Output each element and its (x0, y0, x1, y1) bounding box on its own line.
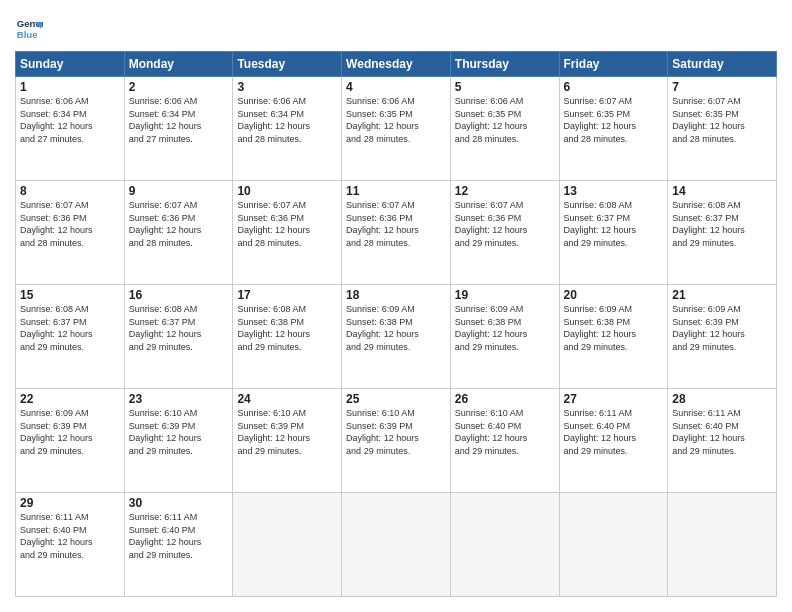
day-number: 3 (237, 80, 337, 94)
week-row-1: 1Sunrise: 6:06 AMSunset: 6:34 PMDaylight… (16, 77, 777, 181)
day-number: 10 (237, 184, 337, 198)
day-info: Sunrise: 6:11 AMSunset: 6:40 PMDaylight:… (129, 511, 229, 561)
day-cell (559, 493, 668, 597)
day-cell: 16Sunrise: 6:08 AMSunset: 6:37 PMDayligh… (124, 285, 233, 389)
page: General Blue SundayMondayTuesdayWednesda… (0, 0, 792, 612)
day-info: Sunrise: 6:10 AMSunset: 6:39 PMDaylight:… (346, 407, 446, 457)
day-info: Sunrise: 6:07 AMSunset: 6:36 PMDaylight:… (237, 199, 337, 249)
day-number: 22 (20, 392, 120, 406)
header-cell-tuesday: Tuesday (233, 52, 342, 77)
day-info: Sunrise: 6:10 AMSunset: 6:39 PMDaylight:… (237, 407, 337, 457)
day-cell: 21Sunrise: 6:09 AMSunset: 6:39 PMDayligh… (668, 285, 777, 389)
day-cell: 29Sunrise: 6:11 AMSunset: 6:40 PMDayligh… (16, 493, 125, 597)
day-info: Sunrise: 6:11 AMSunset: 6:40 PMDaylight:… (672, 407, 772, 457)
day-number: 27 (564, 392, 664, 406)
day-info: Sunrise: 6:10 AMSunset: 6:40 PMDaylight:… (455, 407, 555, 457)
day-cell: 30Sunrise: 6:11 AMSunset: 6:40 PMDayligh… (124, 493, 233, 597)
day-number: 18 (346, 288, 446, 302)
day-cell: 9Sunrise: 6:07 AMSunset: 6:36 PMDaylight… (124, 181, 233, 285)
day-info: Sunrise: 6:06 AMSunset: 6:34 PMDaylight:… (20, 95, 120, 145)
day-info: Sunrise: 6:06 AMSunset: 6:34 PMDaylight:… (237, 95, 337, 145)
day-info: Sunrise: 6:09 AMSunset: 6:39 PMDaylight:… (20, 407, 120, 457)
header-cell-wednesday: Wednesday (342, 52, 451, 77)
logo-icon: General Blue (15, 15, 43, 43)
day-info: Sunrise: 6:07 AMSunset: 6:36 PMDaylight:… (346, 199, 446, 249)
day-info: Sunrise: 6:06 AMSunset: 6:34 PMDaylight:… (129, 95, 229, 145)
calendar-table: SundayMondayTuesdayWednesdayThursdayFrid… (15, 51, 777, 597)
day-cell: 1Sunrise: 6:06 AMSunset: 6:34 PMDaylight… (16, 77, 125, 181)
header-cell-thursday: Thursday (450, 52, 559, 77)
day-number: 11 (346, 184, 446, 198)
day-info: Sunrise: 6:06 AMSunset: 6:35 PMDaylight:… (346, 95, 446, 145)
day-cell (668, 493, 777, 597)
day-cell: 23Sunrise: 6:10 AMSunset: 6:39 PMDayligh… (124, 389, 233, 493)
day-info: Sunrise: 6:06 AMSunset: 6:35 PMDaylight:… (455, 95, 555, 145)
day-number: 1 (20, 80, 120, 94)
day-cell: 19Sunrise: 6:09 AMSunset: 6:38 PMDayligh… (450, 285, 559, 389)
day-cell: 7Sunrise: 6:07 AMSunset: 6:35 PMDaylight… (668, 77, 777, 181)
day-cell: 11Sunrise: 6:07 AMSunset: 6:36 PMDayligh… (342, 181, 451, 285)
day-number: 17 (237, 288, 337, 302)
day-cell (233, 493, 342, 597)
day-cell: 6Sunrise: 6:07 AMSunset: 6:35 PMDaylight… (559, 77, 668, 181)
day-number: 5 (455, 80, 555, 94)
header-row: SundayMondayTuesdayWednesdayThursdayFrid… (16, 52, 777, 77)
day-number: 26 (455, 392, 555, 406)
day-number: 24 (237, 392, 337, 406)
day-cell: 17Sunrise: 6:08 AMSunset: 6:38 PMDayligh… (233, 285, 342, 389)
week-row-5: 29Sunrise: 6:11 AMSunset: 6:40 PMDayligh… (16, 493, 777, 597)
day-cell: 13Sunrise: 6:08 AMSunset: 6:37 PMDayligh… (559, 181, 668, 285)
day-number: 4 (346, 80, 446, 94)
day-number: 12 (455, 184, 555, 198)
day-cell: 10Sunrise: 6:07 AMSunset: 6:36 PMDayligh… (233, 181, 342, 285)
day-info: Sunrise: 6:07 AMSunset: 6:35 PMDaylight:… (672, 95, 772, 145)
logo: General Blue (15, 15, 43, 43)
day-cell: 5Sunrise: 6:06 AMSunset: 6:35 PMDaylight… (450, 77, 559, 181)
day-number: 20 (564, 288, 664, 302)
week-row-2: 8Sunrise: 6:07 AMSunset: 6:36 PMDaylight… (16, 181, 777, 285)
day-info: Sunrise: 6:09 AMSunset: 6:38 PMDaylight:… (455, 303, 555, 353)
day-info: Sunrise: 6:07 AMSunset: 6:36 PMDaylight:… (20, 199, 120, 249)
day-cell: 26Sunrise: 6:10 AMSunset: 6:40 PMDayligh… (450, 389, 559, 493)
day-cell: 24Sunrise: 6:10 AMSunset: 6:39 PMDayligh… (233, 389, 342, 493)
day-cell: 20Sunrise: 6:09 AMSunset: 6:38 PMDayligh… (559, 285, 668, 389)
calendar-header: SundayMondayTuesdayWednesdayThursdayFrid… (16, 52, 777, 77)
day-info: Sunrise: 6:11 AMSunset: 6:40 PMDaylight:… (20, 511, 120, 561)
header: General Blue (15, 15, 777, 43)
day-number: 7 (672, 80, 772, 94)
day-cell: 3Sunrise: 6:06 AMSunset: 6:34 PMDaylight… (233, 77, 342, 181)
day-info: Sunrise: 6:09 AMSunset: 6:38 PMDaylight:… (346, 303, 446, 353)
day-info: Sunrise: 6:08 AMSunset: 6:37 PMDaylight:… (20, 303, 120, 353)
day-cell: 4Sunrise: 6:06 AMSunset: 6:35 PMDaylight… (342, 77, 451, 181)
day-number: 25 (346, 392, 446, 406)
day-number: 21 (672, 288, 772, 302)
day-number: 19 (455, 288, 555, 302)
day-number: 14 (672, 184, 772, 198)
day-number: 8 (20, 184, 120, 198)
day-number: 23 (129, 392, 229, 406)
day-cell: 2Sunrise: 6:06 AMSunset: 6:34 PMDaylight… (124, 77, 233, 181)
day-number: 29 (20, 496, 120, 510)
day-number: 13 (564, 184, 664, 198)
day-cell: 14Sunrise: 6:08 AMSunset: 6:37 PMDayligh… (668, 181, 777, 285)
header-cell-saturday: Saturday (668, 52, 777, 77)
day-cell: 25Sunrise: 6:10 AMSunset: 6:39 PMDayligh… (342, 389, 451, 493)
week-row-4: 22Sunrise: 6:09 AMSunset: 6:39 PMDayligh… (16, 389, 777, 493)
day-info: Sunrise: 6:07 AMSunset: 6:35 PMDaylight:… (564, 95, 664, 145)
day-cell (450, 493, 559, 597)
day-info: Sunrise: 6:08 AMSunset: 6:37 PMDaylight:… (672, 199, 772, 249)
day-number: 16 (129, 288, 229, 302)
day-cell: 12Sunrise: 6:07 AMSunset: 6:36 PMDayligh… (450, 181, 559, 285)
day-cell: 18Sunrise: 6:09 AMSunset: 6:38 PMDayligh… (342, 285, 451, 389)
day-info: Sunrise: 6:11 AMSunset: 6:40 PMDaylight:… (564, 407, 664, 457)
day-number: 28 (672, 392, 772, 406)
day-cell (342, 493, 451, 597)
day-cell: 27Sunrise: 6:11 AMSunset: 6:40 PMDayligh… (559, 389, 668, 493)
day-info: Sunrise: 6:08 AMSunset: 6:37 PMDaylight:… (129, 303, 229, 353)
day-number: 30 (129, 496, 229, 510)
day-number: 6 (564, 80, 664, 94)
day-cell: 15Sunrise: 6:08 AMSunset: 6:37 PMDayligh… (16, 285, 125, 389)
header-cell-sunday: Sunday (16, 52, 125, 77)
day-number: 15 (20, 288, 120, 302)
day-info: Sunrise: 6:10 AMSunset: 6:39 PMDaylight:… (129, 407, 229, 457)
